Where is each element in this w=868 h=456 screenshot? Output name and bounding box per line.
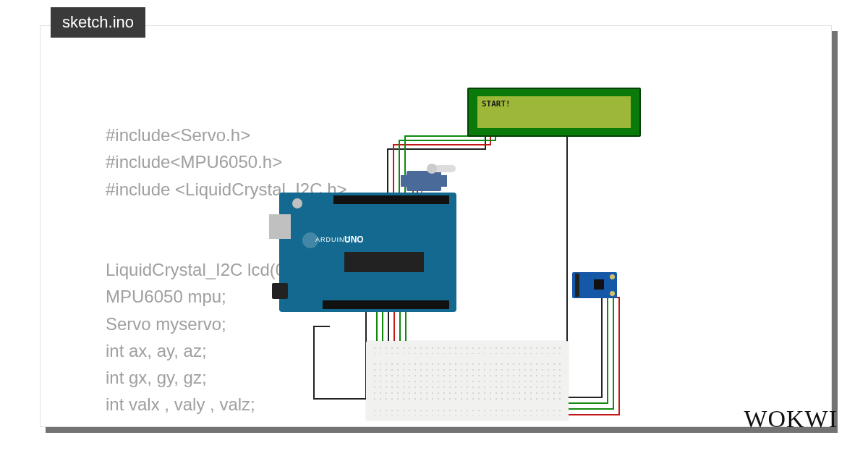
header-digital	[333, 195, 449, 204]
mpu6050-module[interactable]	[572, 272, 617, 298]
servo-hub	[427, 164, 437, 174]
wokwi-logo: WOKWI	[744, 405, 838, 433]
mount-hole-icon	[610, 291, 615, 296]
breadboard[interactable]	[366, 341, 569, 421]
file-tab[interactable]: sketch.ino	[51, 7, 145, 38]
servo-body	[407, 171, 441, 191]
project-card: #include<Servo.h> #include<MPU6050.h> #i…	[40, 25, 832, 427]
circuit-canvas[interactable]: START! ARDUINO UNO	[279, 88, 692, 428]
code-line: #include<MPU6050.h>	[106, 152, 282, 172]
mpu-chip-icon	[594, 279, 604, 290]
mount-hole-icon	[610, 274, 615, 279]
code-line: int gx, gy, gz;	[106, 368, 207, 387]
lcd-16x2[interactable]: START!	[467, 88, 641, 137]
lcd-screen: START!	[477, 96, 631, 128]
lcd-text: START!	[482, 99, 511, 109]
atmega-chip-icon	[344, 252, 424, 272]
logo-text: WOKWI	[744, 405, 838, 432]
header-analog-power	[323, 300, 449, 309]
board-label-big: UNO	[344, 235, 364, 245]
code-line: int valx , valy , valz;	[106, 394, 255, 414]
power-jack-icon	[272, 283, 288, 299]
terminal-strip	[372, 361, 563, 400]
code-line: #include<Servo.h>	[106, 125, 250, 145]
power-rail-bottom	[372, 408, 563, 416]
reset-button-icon	[292, 198, 302, 208]
arduino-uno[interactable]: ARDUINO UNO	[279, 193, 456, 312]
power-rail-top	[372, 345, 563, 354]
code-line: MPU6050 mpu;	[106, 287, 226, 306]
file-tab-label: sketch.ino	[62, 13, 134, 31]
servo-motor[interactable]	[401, 164, 455, 193]
code-line: int ax, ay, az;	[106, 341, 207, 360]
code-line: Servo myservo;	[106, 314, 226, 334]
usb-port-icon	[269, 214, 291, 239]
mpu-header	[575, 274, 579, 297]
code-line: LiquidCrystal_I2C lcd(0x	[106, 260, 294, 279]
